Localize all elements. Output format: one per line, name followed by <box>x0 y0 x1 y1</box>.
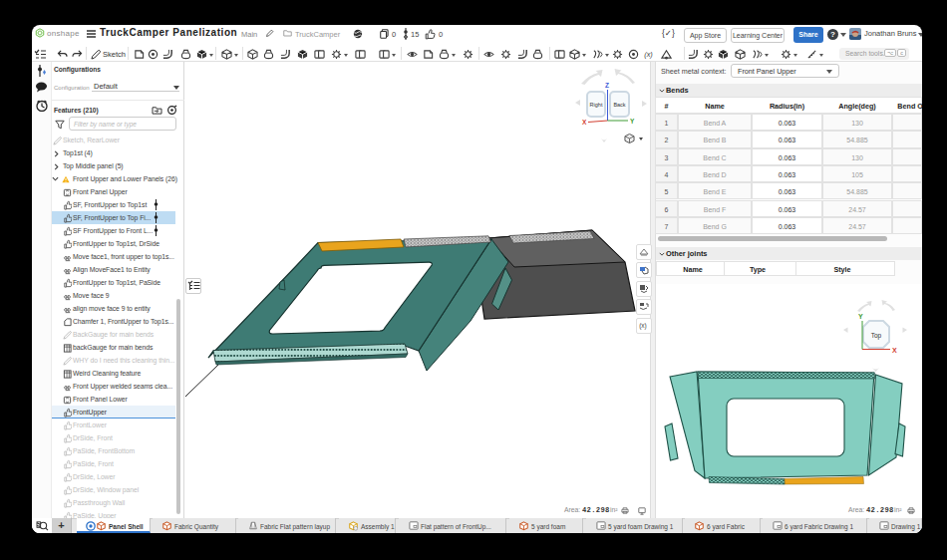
svg-text:Y: Y <box>630 118 635 125</box>
svg-text:(x): (x) <box>639 322 647 330</box>
svg-text:Top: Top <box>871 332 882 340</box>
svg-text:Right: Right <box>590 102 603 108</box>
svg-text:Z: Z <box>605 82 609 89</box>
svg-text:X: X <box>582 119 587 126</box>
svg-text:X: X <box>892 347 897 354</box>
svg-text:(x): (x) <box>644 50 653 59</box>
svg-text:Y: Y <box>858 313 863 320</box>
svg-text:Back: Back <box>613 102 625 108</box>
